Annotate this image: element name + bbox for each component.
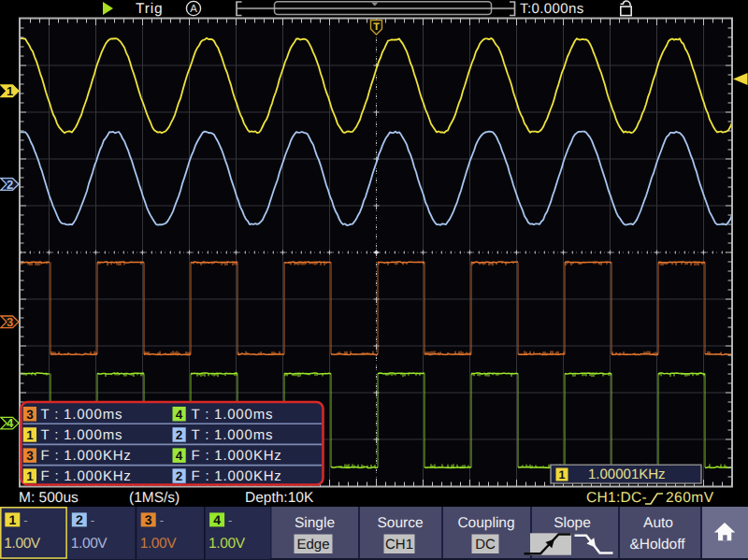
svg-text:Single: Single [295,515,335,531]
svg-text:260mV: 260mV [666,490,714,506]
svg-text:&Holdoff: &Holdoff [629,537,685,553]
svg-text:CH1:DC-: CH1:DC- [586,490,647,506]
svg-text:Slope: Slope [554,515,591,531]
svg-text:CH1: CH1 [385,537,413,553]
svg-text:Coupling: Coupling [457,515,514,531]
svg-text:1: 1 [7,84,13,98]
svg-text:F : 1.000KHz: F : 1.000KHz [41,448,132,464]
svg-text:2: 2 [176,469,183,483]
svg-text:T : 1.000ms: T : 1.000ms [41,407,123,423]
svg-text:1.00V: 1.00V [209,536,246,552]
svg-text:1.00V: 1.00V [140,536,178,552]
svg-text:T: T [373,22,380,33]
svg-text:3: 3 [26,408,34,422]
svg-text:F : 1.000KHz: F : 1.000KHz [192,468,282,484]
svg-text:2: 2 [176,428,183,442]
svg-text:Auto: Auto [643,515,673,531]
svg-text:1: 1 [559,468,566,481]
svg-text:-: - [91,513,94,527]
svg-text:1: 1 [26,469,34,483]
svg-text:(1MS/s): (1MS/s) [129,490,180,506]
svg-text:3: 3 [7,315,13,329]
svg-text:T : 1.000ms: T : 1.000ms [41,427,123,443]
svg-text:T : 1.000ms: T : 1.000ms [192,407,274,423]
svg-text:1.00V: 1.00V [71,536,108,552]
svg-text:T : 1.000ms: T : 1.000ms [192,427,274,443]
svg-text:1: 1 [26,428,34,442]
svg-text:Trig: Trig [136,1,163,17]
svg-text:F : 1.000KHz: F : 1.000KHz [41,468,132,484]
svg-text:A: A [190,4,197,15]
svg-text:2: 2 [76,512,83,527]
svg-text:T:0.000ns: T:0.000ns [520,1,584,17]
svg-text:3: 3 [26,449,34,463]
svg-text:4: 4 [7,416,14,430]
svg-text:Edge: Edge [296,537,329,553]
svg-text:3: 3 [145,512,152,527]
svg-text:-: - [160,513,164,527]
svg-text:Source: Source [377,515,423,531]
svg-text:DC: DC [475,537,496,553]
svg-text:-: - [23,513,27,527]
svg-text:1.00001KHz: 1.00001KHz [588,467,666,482]
svg-text:4: 4 [213,512,221,527]
svg-text:-: - [228,513,232,527]
svg-text:2: 2 [7,178,13,192]
svg-text:4: 4 [176,449,183,463]
svg-text:1: 1 [8,512,16,527]
svg-text:M: 500us: M: 500us [19,490,79,506]
svg-text:F : 1.000KHz: F : 1.000KHz [192,448,282,464]
svg-text:4: 4 [176,408,183,422]
svg-text:1.00V: 1.00V [4,536,41,552]
svg-text:Depth:10K: Depth:10K [245,490,314,506]
